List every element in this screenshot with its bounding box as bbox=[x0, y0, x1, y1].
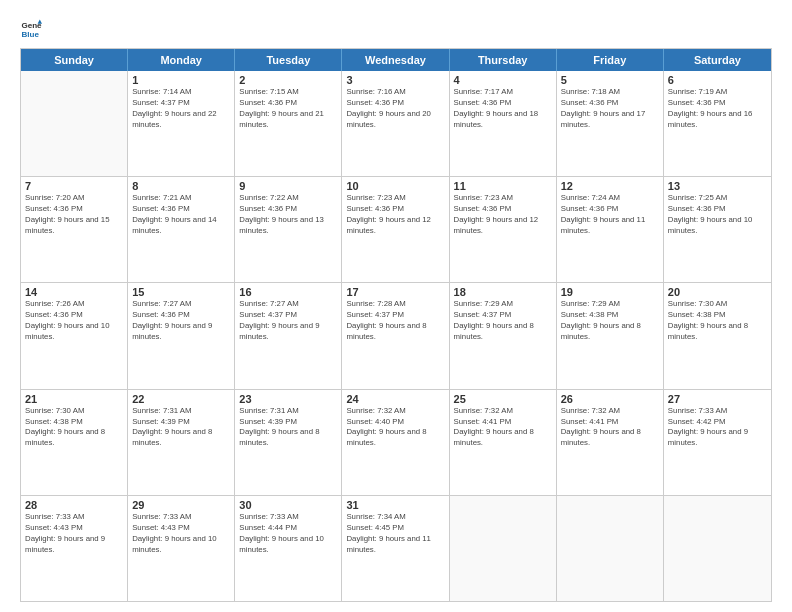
calendar-row-4: 21Sunrise: 7:30 AMSunset: 4:38 PMDayligh… bbox=[21, 390, 771, 496]
calendar-cell: 1Sunrise: 7:14 AMSunset: 4:37 PMDaylight… bbox=[128, 71, 235, 176]
day-info: Sunrise: 7:18 AMSunset: 4:36 PMDaylight:… bbox=[561, 87, 659, 131]
day-number: 2 bbox=[239, 74, 337, 86]
day-number: 25 bbox=[454, 393, 552, 405]
day-info: Sunrise: 7:28 AMSunset: 4:37 PMDaylight:… bbox=[346, 299, 444, 343]
calendar-cell: 2Sunrise: 7:15 AMSunset: 4:36 PMDaylight… bbox=[235, 71, 342, 176]
day-number: 19 bbox=[561, 286, 659, 298]
day-info: Sunrise: 7:27 AMSunset: 4:37 PMDaylight:… bbox=[239, 299, 337, 343]
day-number: 12 bbox=[561, 180, 659, 192]
day-number: 27 bbox=[668, 393, 767, 405]
day-number: 20 bbox=[668, 286, 767, 298]
day-info: Sunrise: 7:31 AMSunset: 4:39 PMDaylight:… bbox=[132, 406, 230, 450]
day-number: 21 bbox=[25, 393, 123, 405]
day-info: Sunrise: 7:31 AMSunset: 4:39 PMDaylight:… bbox=[239, 406, 337, 450]
calendar-cell: 27Sunrise: 7:33 AMSunset: 4:42 PMDayligh… bbox=[664, 390, 771, 495]
calendar-cell: 14Sunrise: 7:26 AMSunset: 4:36 PMDayligh… bbox=[21, 283, 128, 388]
day-number: 1 bbox=[132, 74, 230, 86]
day-number: 5 bbox=[561, 74, 659, 86]
svg-text:Blue: Blue bbox=[21, 30, 39, 39]
header: General Blue bbox=[20, 18, 772, 40]
calendar-row-1: 1Sunrise: 7:14 AMSunset: 4:37 PMDaylight… bbox=[21, 71, 771, 177]
day-info: Sunrise: 7:20 AMSunset: 4:36 PMDaylight:… bbox=[25, 193, 123, 237]
logo-icon: General Blue bbox=[20, 18, 42, 40]
header-day-monday: Monday bbox=[128, 49, 235, 71]
day-info: Sunrise: 7:32 AMSunset: 4:40 PMDaylight:… bbox=[346, 406, 444, 450]
day-number: 24 bbox=[346, 393, 444, 405]
day-number: 6 bbox=[668, 74, 767, 86]
calendar-cell: 21Sunrise: 7:30 AMSunset: 4:38 PMDayligh… bbox=[21, 390, 128, 495]
calendar-row-5: 28Sunrise: 7:33 AMSunset: 4:43 PMDayligh… bbox=[21, 496, 771, 601]
day-number: 11 bbox=[454, 180, 552, 192]
day-info: Sunrise: 7:33 AMSunset: 4:44 PMDaylight:… bbox=[239, 512, 337, 556]
header-day-sunday: Sunday bbox=[21, 49, 128, 71]
day-info: Sunrise: 7:23 AMSunset: 4:36 PMDaylight:… bbox=[454, 193, 552, 237]
day-number: 18 bbox=[454, 286, 552, 298]
calendar-cell: 29Sunrise: 7:33 AMSunset: 4:43 PMDayligh… bbox=[128, 496, 235, 601]
day-number: 8 bbox=[132, 180, 230, 192]
calendar-cell: 5Sunrise: 7:18 AMSunset: 4:36 PMDaylight… bbox=[557, 71, 664, 176]
day-number: 4 bbox=[454, 74, 552, 86]
logo: General Blue bbox=[20, 18, 46, 40]
calendar-cell: 22Sunrise: 7:31 AMSunset: 4:39 PMDayligh… bbox=[128, 390, 235, 495]
day-number: 29 bbox=[132, 499, 230, 511]
day-number: 22 bbox=[132, 393, 230, 405]
calendar-row-3: 14Sunrise: 7:26 AMSunset: 4:36 PMDayligh… bbox=[21, 283, 771, 389]
calendar-cell bbox=[664, 496, 771, 601]
calendar-cell: 25Sunrise: 7:32 AMSunset: 4:41 PMDayligh… bbox=[450, 390, 557, 495]
day-number: 9 bbox=[239, 180, 337, 192]
day-number: 3 bbox=[346, 74, 444, 86]
calendar-cell: 16Sunrise: 7:27 AMSunset: 4:37 PMDayligh… bbox=[235, 283, 342, 388]
day-info: Sunrise: 7:33 AMSunset: 4:43 PMDaylight:… bbox=[25, 512, 123, 556]
calendar-row-2: 7Sunrise: 7:20 AMSunset: 4:36 PMDaylight… bbox=[21, 177, 771, 283]
day-number: 15 bbox=[132, 286, 230, 298]
day-number: 17 bbox=[346, 286, 444, 298]
day-info: Sunrise: 7:33 AMSunset: 4:42 PMDaylight:… bbox=[668, 406, 767, 450]
day-info: Sunrise: 7:29 AMSunset: 4:38 PMDaylight:… bbox=[561, 299, 659, 343]
day-number: 14 bbox=[25, 286, 123, 298]
calendar-cell: 19Sunrise: 7:29 AMSunset: 4:38 PMDayligh… bbox=[557, 283, 664, 388]
header-day-wednesday: Wednesday bbox=[342, 49, 449, 71]
header-day-friday: Friday bbox=[557, 49, 664, 71]
header-day-thursday: Thursday bbox=[450, 49, 557, 71]
calendar-cell: 31Sunrise: 7:34 AMSunset: 4:45 PMDayligh… bbox=[342, 496, 449, 601]
calendar-cell: 4Sunrise: 7:17 AMSunset: 4:36 PMDaylight… bbox=[450, 71, 557, 176]
day-info: Sunrise: 7:32 AMSunset: 4:41 PMDaylight:… bbox=[561, 406, 659, 450]
day-info: Sunrise: 7:24 AMSunset: 4:36 PMDaylight:… bbox=[561, 193, 659, 237]
calendar-cell: 12Sunrise: 7:24 AMSunset: 4:36 PMDayligh… bbox=[557, 177, 664, 282]
calendar-header: SundayMondayTuesdayWednesdayThursdayFrid… bbox=[21, 49, 771, 71]
day-number: 26 bbox=[561, 393, 659, 405]
day-number: 7 bbox=[25, 180, 123, 192]
day-info: Sunrise: 7:16 AMSunset: 4:36 PMDaylight:… bbox=[346, 87, 444, 131]
header-day-tuesday: Tuesday bbox=[235, 49, 342, 71]
calendar-cell: 6Sunrise: 7:19 AMSunset: 4:36 PMDaylight… bbox=[664, 71, 771, 176]
day-info: Sunrise: 7:30 AMSunset: 4:38 PMDaylight:… bbox=[668, 299, 767, 343]
page: General Blue SundayMondayTuesdayWednesda… bbox=[0, 0, 792, 612]
calendar-cell: 28Sunrise: 7:33 AMSunset: 4:43 PMDayligh… bbox=[21, 496, 128, 601]
day-number: 13 bbox=[668, 180, 767, 192]
day-info: Sunrise: 7:32 AMSunset: 4:41 PMDaylight:… bbox=[454, 406, 552, 450]
day-info: Sunrise: 7:27 AMSunset: 4:36 PMDaylight:… bbox=[132, 299, 230, 343]
calendar-cell: 23Sunrise: 7:31 AMSunset: 4:39 PMDayligh… bbox=[235, 390, 342, 495]
day-info: Sunrise: 7:15 AMSunset: 4:36 PMDaylight:… bbox=[239, 87, 337, 131]
header-day-saturday: Saturday bbox=[664, 49, 771, 71]
day-info: Sunrise: 7:29 AMSunset: 4:37 PMDaylight:… bbox=[454, 299, 552, 343]
calendar-cell: 11Sunrise: 7:23 AMSunset: 4:36 PMDayligh… bbox=[450, 177, 557, 282]
day-info: Sunrise: 7:22 AMSunset: 4:36 PMDaylight:… bbox=[239, 193, 337, 237]
day-number: 28 bbox=[25, 499, 123, 511]
day-number: 16 bbox=[239, 286, 337, 298]
day-info: Sunrise: 7:30 AMSunset: 4:38 PMDaylight:… bbox=[25, 406, 123, 450]
calendar-cell: 18Sunrise: 7:29 AMSunset: 4:37 PMDayligh… bbox=[450, 283, 557, 388]
day-info: Sunrise: 7:25 AMSunset: 4:36 PMDaylight:… bbox=[668, 193, 767, 237]
calendar: SundayMondayTuesdayWednesdayThursdayFrid… bbox=[20, 48, 772, 602]
day-number: 30 bbox=[239, 499, 337, 511]
day-info: Sunrise: 7:17 AMSunset: 4:36 PMDaylight:… bbox=[454, 87, 552, 131]
day-number: 23 bbox=[239, 393, 337, 405]
calendar-cell: 9Sunrise: 7:22 AMSunset: 4:36 PMDaylight… bbox=[235, 177, 342, 282]
calendar-cell: 30Sunrise: 7:33 AMSunset: 4:44 PMDayligh… bbox=[235, 496, 342, 601]
calendar-cell: 3Sunrise: 7:16 AMSunset: 4:36 PMDaylight… bbox=[342, 71, 449, 176]
calendar-cell: 17Sunrise: 7:28 AMSunset: 4:37 PMDayligh… bbox=[342, 283, 449, 388]
calendar-cell: 20Sunrise: 7:30 AMSunset: 4:38 PMDayligh… bbox=[664, 283, 771, 388]
day-info: Sunrise: 7:19 AMSunset: 4:36 PMDaylight:… bbox=[668, 87, 767, 131]
calendar-cell bbox=[450, 496, 557, 601]
calendar-cell bbox=[21, 71, 128, 176]
